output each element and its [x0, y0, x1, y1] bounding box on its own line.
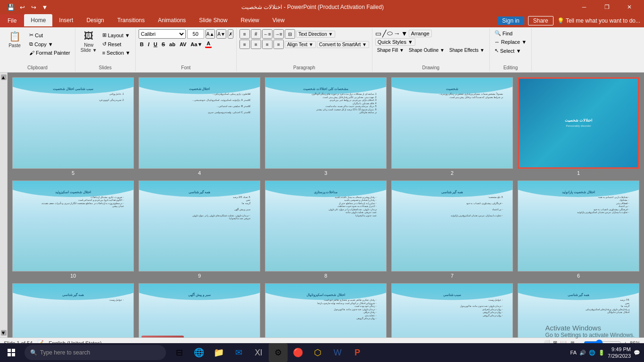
increase-font-button[interactable]: A▲ [206, 29, 215, 39]
undo-button[interactable]: ↩ [18, 3, 26, 11]
tab-animations[interactable]: Animations [151, 14, 192, 26]
slide-thumb-3[interactable]: مشخصات کلی اختلالات شخصیت 1. سابقه ای از… [265, 77, 387, 169]
cut-button[interactable]: ✂ Cut [27, 31, 72, 39]
fontcolor-button[interactable]: A [205, 40, 212, 48]
save-button[interactable]: 💾 [7, 3, 15, 11]
network-icon[interactable]: 🌐 [589, 350, 595, 356]
format-painter-button[interactable]: 🖌 Format Painter [27, 49, 72, 57]
tab-transitions[interactable]: Transitions [111, 14, 151, 26]
taskbar-mail[interactable]: ✉ [229, 343, 248, 362]
taskbar-chrome[interactable]: 🔴 [289, 343, 307, 362]
numbering-button[interactable]: # [251, 29, 261, 39]
slide-item-13[interactable]: اختلال شخصیت اسکیزوتایپال - رفتار، تفکر … [265, 283, 387, 337]
slide-thumb-14[interactable]: سبب شناسی - عوامل زیست - درمان داروئی: ض… [391, 283, 513, 337]
increase-indent-button[interactable]: →≡ [273, 29, 284, 39]
slide-item-1[interactable]: اختلالات شخصیت Personality disorder 1 [518, 77, 639, 176]
tab-slideshow[interactable]: Slide Show [192, 14, 234, 26]
slide-item-5[interactable]: سبب شناسی اختلال شخصیت 1. عامل وراثتی 2.… [12, 77, 134, 176]
line-shape[interactable]: ╱ [382, 30, 386, 37]
justify-button[interactable]: ≡ [273, 40, 284, 49]
new-slide-button[interactable]: 🖼 NewSlide ▼ [78, 29, 99, 54]
arrange-button[interactable]: Arrange [409, 30, 432, 37]
slide-thumb-5[interactable]: سبب شناسی اختلال شخصیت 1. عامل وراثتی 2.… [12, 77, 134, 169]
reset-button[interactable]: ↺ Reset [100, 40, 132, 48]
tab-design[interactable]: Design [80, 14, 110, 26]
slide-item-8[interactable]: مداخلات پرستاری - رفتار روشن و شفاف به ب… [265, 181, 387, 279]
columns-button[interactable]: ⊟ [285, 29, 295, 39]
close-button[interactable]: ✕ [619, 0, 640, 14]
taskbar-file-explorer[interactable]: 📁 [209, 343, 228, 362]
bold-button[interactable]: B [139, 41, 145, 48]
slide-item-12[interactable]: سبر و پیش آگهی 🦀 12 [139, 283, 260, 337]
tab-review[interactable]: Review [234, 14, 265, 26]
align-left-button[interactable]: ≡ [239, 40, 250, 49]
slide-item-10[interactable]: اختلال شخصیت اسکیزوئید - ضرورت، تکرو، مش… [12, 181, 134, 279]
decrease-font-button[interactable]: A▼ [216, 29, 226, 39]
signin-button[interactable]: Sign in [497, 16, 524, 25]
shape-effects-button[interactable]: Shape Effects ▼ [447, 47, 487, 54]
slide-item-2[interactable]: شخصیت معمولاً مشخص صفات هیجانی و رفتاری … [391, 77, 513, 176]
find-button[interactable]: 🔍 Find [493, 29, 514, 37]
taskbar-edge[interactable]: 🌐 [190, 343, 208, 362]
slide-item-3[interactable]: مشخصات کلی اختلالات شخصیت 1. سابقه ای از… [265, 77, 387, 176]
decrease-indent-button[interactable]: ←≡ [262, 29, 272, 39]
search-bar[interactable]: 🔍 Type here to search [25, 345, 166, 360]
slide-thumb-10[interactable]: اختلال شخصیت اسکیزوئید - ضرورت، تکرو، مش… [12, 181, 134, 272]
slide-thumb-9[interactable]: همه گیر شناسی 5. تعداد: 2/5 درصد حس گرچه… [139, 181, 260, 272]
slide-thumb-6[interactable]: اختلال شخصیت پارانوئید - تشکیلات از بی ا… [518, 181, 639, 272]
slide-thumb-4[interactable]: اختلال شخصیت افلاطون: پارتو پیدایی، اسکی… [139, 77, 260, 169]
start-button[interactable] [0, 343, 23, 362]
tab-file[interactable]: File [0, 14, 24, 27]
slide-item-9[interactable]: همه گیر شناسی 5. تعداد: 2/5 درصد حس گرچه… [139, 181, 260, 279]
shape-fill-button[interactable]: Shape Fill ▼ [375, 47, 406, 54]
minimize-button[interactable]: ─ [573, 0, 595, 14]
text-direction-button[interactable]: Text Direction ▼ [296, 31, 335, 38]
underline-button[interactable]: U [152, 41, 159, 48]
taskbar-app6[interactable]: ⚙ [269, 343, 288, 362]
convert-smartart-button[interactable]: Convert to SmartArt ▼ [317, 41, 369, 48]
taskbar-powerpoint[interactable]: P [348, 343, 367, 362]
slide-thumb-8[interactable]: مداخلات پرستاری - رفتار روشن و شفاف به ب… [265, 181, 387, 272]
scroll-down[interactable]: ▼ [1, 330, 7, 336]
taskbar-word[interactable]: W [328, 343, 347, 362]
tab-home[interactable]: Home [24, 14, 52, 26]
tab-insert[interactable]: Insert [52, 14, 80, 26]
taskbar-app8[interactable]: ⬡ [308, 343, 327, 362]
bullets-button[interactable]: ≡ [239, 29, 250, 39]
rect-shape[interactable]: ▭ [375, 30, 381, 37]
align-text-button[interactable]: Align Text ▼ [285, 41, 316, 48]
notification-icon[interactable]: 💬 [634, 350, 640, 356]
slide-item-11[interactable]: همه گیر شناسی - عوامل زیست 11 [12, 283, 134, 337]
font-size-input[interactable] [187, 29, 204, 39]
italic-button[interactable]: I [147, 41, 151, 48]
select-button[interactable]: ↖ Select ▼ [493, 47, 523, 55]
changecase-button[interactable]: Aa▼ [189, 41, 204, 48]
share-button[interactable]: Share [528, 16, 553, 25]
battery-icon[interactable]: 🔋 [598, 350, 605, 356]
font-name-select[interactable]: Calibri [139, 29, 186, 39]
slide-thumb-12[interactable]: سبر و پیش آگهی 🦀 [139, 283, 260, 337]
clear-format-button[interactable]: ✗ [228, 29, 233, 39]
copy-button[interactable]: ⧉ Copy ▼ [27, 40, 72, 48]
customize-button[interactable]: ▼ [41, 3, 49, 11]
oval-shape[interactable]: ⬭ [387, 29, 393, 37]
taskbar-bluetooth[interactable]: Ⅺ [249, 343, 268, 362]
slide-thumb-7[interactable]: همه گیر شناسی 5. تلخ مشخصه: - فرداگرایی،… [391, 181, 513, 272]
restore-button[interactable]: ❐ [596, 0, 618, 14]
paste-button[interactable]: 📋 Paste [3, 29, 26, 49]
section-button[interactable]: ≡ Section ▼ [100, 49, 132, 57]
slides-area[interactable]: اختلالات شخصیت Personality disorder 1 شخ… [8, 73, 644, 337]
taskbar-time[interactable]: 9:49 PM 7/29/2023 [608, 346, 631, 360]
arrow-shape[interactable]: → [394, 30, 400, 37]
slide-thumb-2[interactable]: شخصیت معمولاً مشخص صفات هیجانی و رفتاری … [391, 77, 513, 169]
slide-item-14[interactable]: سبب شناسی - عوامل زیست - درمان داروئی: ض… [391, 283, 513, 337]
taskbar-taskview[interactable]: ⊟ [170, 343, 189, 362]
redo-button[interactable]: ↪ [29, 3, 38, 11]
layout-button[interactable]: ⊞ Layout ▼ [100, 31, 132, 39]
slide-item-4[interactable]: اختلال شخصیت افلاطون: پارتو پیدایی، اسکی… [139, 77, 260, 176]
slide-thumb-11[interactable]: همه گیر شناسی - عوامل زیست [12, 283, 134, 337]
shape-outline-button[interactable]: Shape Outline ▼ [407, 47, 446, 54]
slide-thumb-13[interactable]: اختلال شخصیت اسکیزوتایپال - رفتار، تفکر … [265, 283, 387, 337]
scroll-up[interactable]: ▲ [1, 74, 7, 80]
charspacing-button[interactable]: AV [178, 41, 188, 48]
